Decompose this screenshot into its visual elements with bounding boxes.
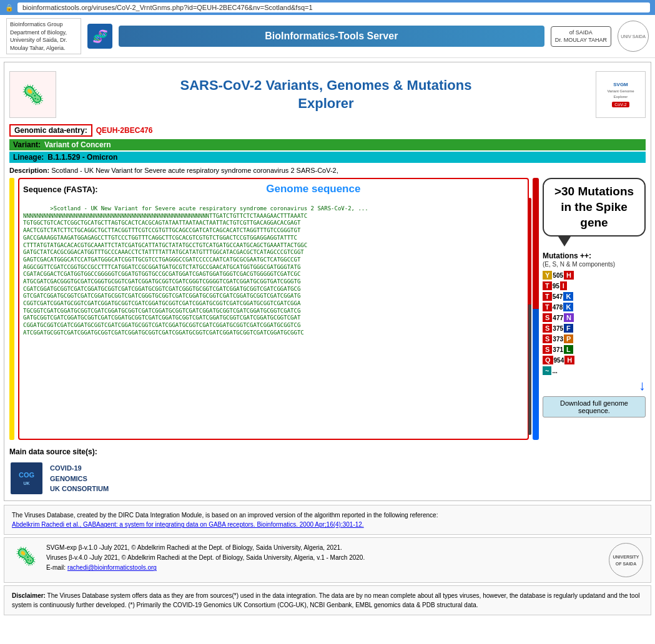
lineage-label: Lineage: (13, 153, 44, 162)
fasta-genome-title: Genome sequence (103, 183, 524, 195)
genomic-entry-label: Genomic data-entry: (9, 124, 92, 137)
yellow-left-bar (9, 178, 14, 440)
title-left-icon: 🦠 (9, 71, 56, 118)
data-source-section: Main data source site(s): COG UK COVID-1… (9, 447, 646, 495)
mutations-subheader: (E, S, N & M components) (543, 261, 646, 268)
fasta-label: Sequence (FASTA): (23, 185, 98, 194)
virus-icon-footer: 🦠 (12, 543, 40, 571)
page-title-section: 🦠 SARS-CoV-2 Variants, Genomes & Mutatio… (9, 67, 646, 124)
lineage-value: B.1.1.529 - Omicron (47, 153, 117, 162)
mutation-more-indicator: ~ ... (543, 366, 646, 375)
genomic-entry-value: QEUH-2BEC476 (96, 126, 153, 135)
footer-version: 🦠 SVGM-exp β-v.1.0 -July 2021, © Abdelkr… (4, 537, 651, 583)
mutation-item-6: S 375 F (543, 324, 646, 333)
univ-saida-logo-footer: UNIVERSITY OF SAIDA (609, 543, 643, 577)
lineage-bar: Lineage: B.1.1.529 - Omicron (9, 152, 646, 163)
lock-icon: 🔒 (5, 4, 14, 12)
cog-icon: COG UK (9, 461, 44, 495)
reference-link[interactable]: Abdelkrim Rachedi et al., GABAagent: a s… (12, 521, 364, 528)
description-row: Description: Scotland - UK New Variant f… (9, 167, 646, 174)
mutation-item-2: T 95 I (543, 281, 646, 290)
footer-disclaimer: Disclaimer: The Viruses Database system … (4, 585, 651, 615)
mutations-header: Mutations ++: (543, 251, 646, 260)
mutations-sidebar: >30 Mutationsin the Spike gene Mutations… (543, 178, 646, 417)
genomic-entry-row: Genomic data-entry: QEUH-2BEC476 (9, 124, 646, 137)
university-emblem: UNIV SAIDA (618, 21, 649, 52)
email-link[interactable]: rachedi@bioinformaticstools.org (67, 564, 157, 571)
version-text: SVGM-exp β-v.1.0 -July 2021, © Abdelkrim… (46, 543, 603, 573)
fasta-scroll-bar (528, 198, 531, 435)
blue-arrow-down: ↓ (543, 378, 646, 394)
mutation-item-4: T 478 K (543, 303, 646, 311)
speech-bubble: >30 Mutationsin the Spike gene (543, 178, 646, 237)
variant-bar: Variant: Variant of Concern (9, 139, 646, 150)
mutation-item-1: Y 505 H (543, 271, 646, 280)
mutation-item-5: S 477 N (543, 313, 646, 322)
fasta-content[interactable]: >Scotland - UK New Variant for Severe ac… (23, 198, 524, 435)
speech-bubble-container: >30 Mutationsin the Spike gene (543, 178, 646, 246)
footer-reference: The Viruses Database, created by the DIR… (4, 505, 651, 535)
mutation-color-bar (533, 178, 539, 440)
download-genome-button[interactable]: Download full genome sequence. (543, 396, 646, 417)
mutation-item-7: S 373 P (543, 334, 646, 343)
fasta-section: Sequence (FASTA): Genome sequence >Scotl… (18, 178, 529, 440)
variant-value: Variant of Concern (44, 140, 111, 149)
saida-logo: of SAIDA Dr. MOULAY TAHAR (551, 26, 611, 47)
site-title-banner: BioInformatics-Tools Server (119, 26, 544, 47)
cog-logo-row: COG UK COVID-19GENOMICSUK CONSORTIUM (9, 461, 646, 495)
dna-icon: 🧬 (87, 24, 112, 49)
variant-label: Variant: (13, 140, 41, 149)
speech-bubble-tail (558, 237, 571, 246)
institution-text: BioInformatics Group Department of Biolo… (6, 18, 81, 54)
mutation-item-8: S 371 L (543, 345, 646, 354)
address-bar[interactable]: bioinformaticstools.org/viruses/CoV-2_Vr… (17, 2, 650, 12)
info-fields: Genomic data-entry: QEUH-2BEC476 Variant… (9, 124, 646, 174)
cog-text: COVID-19GENOMICSUK CONSORTIUM (50, 463, 109, 494)
data-source-title: Main data source site(s): (9, 447, 646, 456)
title-right-logo: SVGM Variant Genome Explorer CoV-2 (596, 71, 646, 118)
mutation-item-9: Q 954 H (543, 356, 646, 364)
page-title: SARS-CoV-2 Variants, Genomes & Mutations… (62, 77, 589, 112)
mutation-item-3: T 547 K (543, 292, 646, 301)
